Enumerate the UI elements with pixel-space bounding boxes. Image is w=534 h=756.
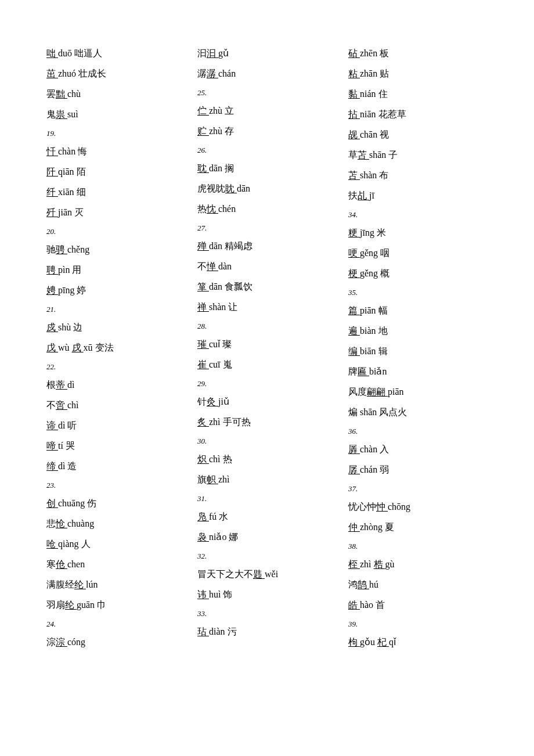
underlined-char: 啼 bbox=[46, 441, 58, 451]
section-number: 19. bbox=[46, 129, 186, 138]
underlined-char: 讳 bbox=[197, 589, 209, 599]
section-number: 27. bbox=[197, 224, 337, 233]
vocabulary-entry: 玷 diàn 污 bbox=[197, 625, 337, 639]
vocabulary-entry: 桎 zhì 梏 gù bbox=[348, 557, 488, 571]
vocabulary-entry: 纤 xiān 细 bbox=[46, 185, 186, 199]
underlined-char: 仲 bbox=[348, 522, 360, 532]
vocabulary-entry: 粘 zhān 贴 bbox=[348, 67, 488, 81]
underlined-char: 蒂 bbox=[56, 380, 67, 390]
vocabulary-entry: 篇 piān 幅 bbox=[348, 304, 488, 318]
underlined-char: 孱 bbox=[348, 465, 360, 474]
underlined-char: 皓 bbox=[348, 600, 360, 610]
vocabulary-entry: 崔 cuī 嵬 bbox=[197, 358, 337, 372]
underlined-char: 篇 bbox=[348, 305, 360, 315]
underlined-char: 戌 bbox=[72, 343, 84, 352]
underlined-char: 桎 bbox=[348, 559, 360, 569]
underlined-char: 粘 bbox=[348, 69, 360, 78]
vocabulary-entry: 风度翩翩 piān bbox=[348, 385, 488, 399]
underlined-char: 惮 bbox=[207, 261, 218, 271]
section-number: 25. bbox=[197, 88, 337, 98]
underlined-char: 编 bbox=[348, 346, 360, 356]
underlined-char: 苫 bbox=[348, 170, 360, 180]
underlined-char: 羼 bbox=[348, 444, 360, 454]
underlined-char: 殚 bbox=[197, 241, 209, 251]
underlined-char: 呛 bbox=[46, 539, 58, 549]
vocabulary-entry: 砧 zhēn 板 bbox=[348, 46, 488, 60]
underlined-char: 炽 bbox=[197, 454, 209, 464]
underlined-char: 汩 bbox=[207, 48, 218, 58]
vocabulary-entry: 不惮 dàn bbox=[197, 260, 337, 273]
vocabulary-entry: 凫 fú 水 bbox=[197, 510, 337, 524]
section-number: 26. bbox=[197, 146, 337, 155]
underlined-char: 创 bbox=[46, 498, 58, 508]
vocabulary-entry: 拈 niān 花惹草 bbox=[348, 107, 488, 121]
vocabulary-entry: 根蒂 dì bbox=[46, 378, 186, 392]
vocabulary-entry: 热忱 chén bbox=[197, 202, 337, 216]
underlined-char: 禅 bbox=[197, 302, 209, 312]
vocabulary-entry: 璀 cuǐ 璨 bbox=[197, 337, 337, 351]
underlined-char: 忡 bbox=[376, 502, 388, 512]
underlined-char: 翩翩 bbox=[367, 387, 388, 397]
vocabulary-entry: 黏 nián 住 bbox=[348, 87, 488, 101]
vocabulary-entry: 寒伧 chen bbox=[46, 557, 186, 571]
underlined-char: 韪 bbox=[253, 569, 265, 579]
vocabulary-entry: 遍 biàn 地 bbox=[348, 324, 488, 338]
vocabulary-entry: 驰骋 chěng bbox=[46, 243, 186, 257]
vocabulary-entry: 聘 pìn 用 bbox=[46, 263, 186, 277]
vocabulary-entry: 草苫 shān 子 bbox=[348, 148, 488, 162]
section-number: 35. bbox=[348, 288, 488, 297]
underlined-char: 砧 bbox=[348, 48, 360, 58]
underlined-char: 梏 bbox=[374, 559, 385, 569]
underlined-char: 潺 bbox=[207, 69, 218, 78]
vocabulary-entry: 冒天下之大不韪 wěi bbox=[197, 567, 337, 581]
underlined-char: 谛 bbox=[46, 420, 58, 430]
vocabulary-entry: 觇 chān 视 bbox=[348, 128, 488, 142]
section-number: 38. bbox=[348, 542, 488, 551]
vocabulary-entry: 戍 shù 边 bbox=[46, 321, 186, 334]
vocabulary-entry: 满腹经纶 lún bbox=[46, 578, 186, 592]
vocabulary-entry: 扶乩 jī bbox=[348, 189, 488, 203]
vocabulary-entry: 炽 chì 热 bbox=[197, 452, 337, 466]
vocabulary-entry: 牌匾 biǎn bbox=[348, 365, 488, 379]
vocabulary-entry: 不啻 chì bbox=[46, 398, 186, 412]
underlined-char: 纶 bbox=[65, 600, 77, 610]
underlined-char: 阡 bbox=[46, 167, 58, 177]
underlined-char: 哽 bbox=[348, 248, 360, 258]
section-number: 30. bbox=[197, 437, 337, 446]
underlined-char: 骋 bbox=[56, 244, 67, 254]
vocabulary-entry: 鸿鹄 hú bbox=[348, 578, 488, 592]
underlined-char: 黏 bbox=[348, 89, 360, 99]
underlined-char: 忏 bbox=[46, 146, 58, 156]
underlined-char: 戊 bbox=[46, 343, 58, 352]
underlined-char: 梗 bbox=[348, 268, 360, 278]
column-3: 砧 zhēn 板粘 zhān 贴黏 nián 住拈 niān 花惹草觇 chān… bbox=[348, 46, 488, 656]
vocabulary-entry: 针灸 jiǔ bbox=[197, 395, 337, 409]
section-number: 36. bbox=[348, 427, 488, 436]
section-number: 21. bbox=[46, 305, 186, 314]
underlined-char: 纤 bbox=[46, 187, 58, 197]
vocabulary-entry: 枸 gǒu 杞 qǐ bbox=[348, 635, 488, 649]
underlined-char: 帜 bbox=[207, 474, 218, 484]
vocabulary-entry: 淙淙 cóng bbox=[46, 635, 186, 649]
vocabulary-entry: 阡 qiān 陌 bbox=[46, 165, 186, 179]
underlined-char: 袅 bbox=[197, 532, 209, 542]
section-number: 31. bbox=[197, 494, 337, 503]
underlined-char: 聘 bbox=[46, 265, 58, 275]
underlined-char: 贮 bbox=[197, 126, 209, 136]
underlined-char: 粳 bbox=[348, 228, 360, 237]
vocabulary-entry: 仲 zhòng 夏 bbox=[348, 520, 488, 534]
underlined-char: 玷 bbox=[197, 627, 209, 636]
underlined-char: 祟 bbox=[56, 109, 67, 119]
vocabulary-entry: 煸 shān 风点火 bbox=[348, 405, 488, 419]
underlined-char: 炙 bbox=[197, 417, 209, 427]
vocabulary-entry: 羼 chàn 入 bbox=[348, 442, 488, 456]
vocabulary-entry: 皓 hào 首 bbox=[348, 598, 488, 612]
underlined-char: 耽 bbox=[197, 163, 209, 173]
document-columns: 咄 duō 咄逼人茁 zhuó 壮成长罢黜 chù鬼祟 suì19.忏 chàn… bbox=[46, 46, 488, 656]
vocabulary-entry: 贮 zhù 存 bbox=[197, 124, 337, 138]
section-number: 39. bbox=[348, 620, 488, 629]
vocabulary-entry: 忏 chàn 悔 bbox=[46, 145, 186, 159]
vocabulary-entry: 炙 zhì 手可热 bbox=[197, 415, 337, 429]
underlined-char: 鹄 bbox=[358, 579, 369, 589]
vocabulary-entry: 茁 zhuó 壮成长 bbox=[46, 67, 186, 81]
